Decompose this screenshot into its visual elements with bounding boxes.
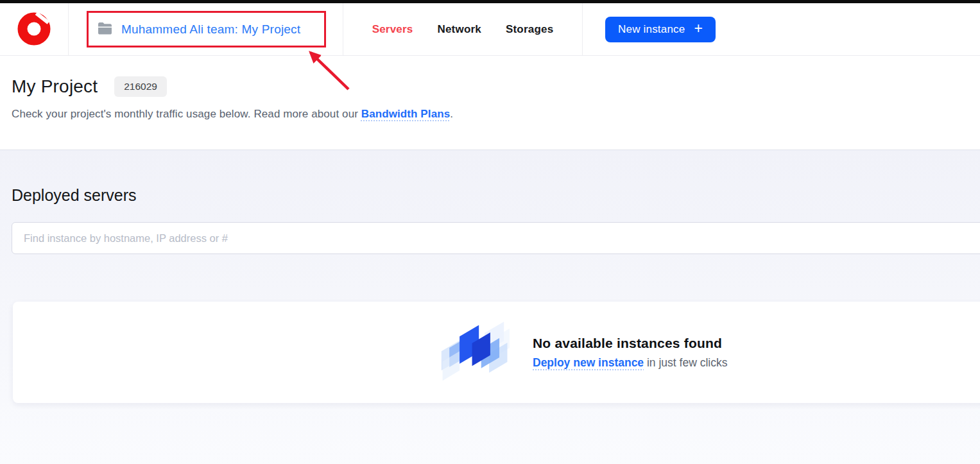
nav-item-storages[interactable]: Storages — [506, 23, 553, 36]
subtitle-period: . — [450, 108, 453, 120]
instances-cubes-icon — [440, 319, 510, 386]
header-actions: New instance + — [583, 3, 980, 55]
empty-state-card: No available instances found Deploy new … — [13, 302, 980, 403]
empty-state-line-suffix: in just few clicks — [644, 356, 727, 369]
page-subtitle: Check your project's monthly traffic usa… — [12, 108, 968, 121]
empty-state-line: Deploy new instance in just few clicks — [533, 356, 727, 370]
title-row: My Project 216029 — [12, 76, 968, 97]
instance-search-input[interactable] — [12, 222, 980, 254]
project-selector-label: Muhammed Ali team: My Project — [121, 22, 300, 37]
project-selector[interactable]: Muhammed Ali team: My Project — [98, 22, 300, 37]
plus-icon: + — [694, 21, 703, 36]
empty-state-title: No available instances found — [533, 336, 727, 351]
nav-item-servers[interactable]: Servers — [372, 23, 413, 36]
new-instance-button[interactable]: New instance + — [605, 17, 716, 42]
project-selector-area: Muhammed Ali team: My Project — [69, 3, 343, 55]
cherry-logo-icon — [17, 11, 51, 48]
nav-item-network[interactable]: Network — [437, 23, 481, 36]
deployed-servers-heading: Deployed servers — [12, 186, 980, 205]
brand-logo[interactable] — [0, 3, 69, 55]
empty-state-text: No available instances found Deploy new … — [533, 336, 727, 370]
project-id-badge: 216029 — [114, 76, 167, 97]
main-nav: Servers Network Storages — [343, 3, 583, 55]
subtitle-text: Check your project's monthly traffic usa… — [12, 108, 361, 120]
page-title: My Project — [12, 76, 98, 97]
folder-icon — [98, 22, 112, 37]
deploy-new-instance-link[interactable]: Deploy new instance — [533, 356, 644, 369]
bandwidth-plans-link[interactable]: Bandwidth Plans — [361, 108, 450, 120]
deployed-servers-section: Deployed servers No available instances … — [0, 150, 980, 464]
page-header-section: My Project 216029 Check your project's m… — [0, 56, 980, 150]
new-instance-button-label: New instance — [618, 23, 685, 36]
top-navbar: Muhammed Ali team: My Project Servers Ne… — [0, 3, 980, 56]
